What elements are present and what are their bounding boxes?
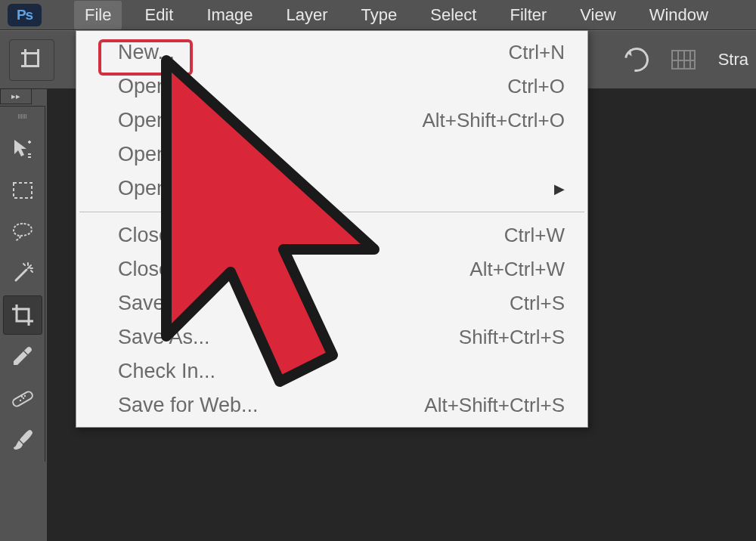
menu-filter[interactable]: Filter xyxy=(499,1,557,29)
panel-collapse-tab[interactable]: ▸▸ xyxy=(0,89,32,104)
menu-item-label: Open a xyxy=(118,143,185,166)
menu-separator xyxy=(79,212,584,212)
svg-point-2 xyxy=(19,400,20,401)
healing-brush-tool[interactable] xyxy=(3,379,42,418)
menu-window[interactable]: Window xyxy=(639,1,719,29)
menu-edit[interactable]: Edit xyxy=(134,1,184,29)
menu-item-label: Close All xyxy=(118,258,197,281)
bandage-icon xyxy=(10,385,36,411)
brush-icon xyxy=(10,427,36,453)
eyedropper-tool[interactable] xyxy=(3,337,42,376)
menu-item-label: Close xyxy=(118,224,170,247)
menu-item-label: Save As... xyxy=(118,326,210,349)
svg-point-3 xyxy=(22,397,23,399)
menu-item-open-recent[interactable]: Open R ▶ xyxy=(76,172,587,206)
menu-item-label: Save for Web... xyxy=(118,394,259,417)
menu-item-shortcut: Alt+Shift+Ctrl+S xyxy=(424,394,565,417)
menu-item-check-in[interactable]: Check In... xyxy=(76,354,587,388)
menu-item-shortcut: Ctrl+S xyxy=(510,292,565,315)
menu-item-shortcut: Ctrl+O xyxy=(507,75,565,98)
menu-item-open-bridge[interactable]: Open Alt+Shift+Ctrl+O xyxy=(76,104,587,138)
lasso-icon xyxy=(10,219,36,245)
marquee-tool[interactable] xyxy=(3,171,42,210)
brush-tool[interactable] xyxy=(3,420,42,459)
menu-view[interactable]: View xyxy=(569,1,626,29)
menu-layer[interactable]: Layer xyxy=(276,1,339,29)
menu-item-close-all[interactable]: Close All Alt+Ctrl+W xyxy=(76,252,587,286)
marquee-icon xyxy=(10,178,36,203)
menu-item-shortcut: Ctrl+W xyxy=(504,224,565,247)
menu-item-label: New... xyxy=(118,41,175,64)
tool-preset-picker[interactable] xyxy=(9,39,54,81)
menu-item-new[interactable]: New... Ctrl+N xyxy=(76,36,587,70)
eyedropper-icon xyxy=(10,344,36,369)
lasso-tool[interactable] xyxy=(3,212,42,252)
submenu-arrow-icon: ▶ xyxy=(554,181,565,197)
move-icon xyxy=(10,136,36,162)
crop-tool[interactable] xyxy=(3,295,42,335)
options-bar-right: Stra xyxy=(624,31,756,88)
svg-point-5 xyxy=(20,396,22,397)
menu-item-label: Open xyxy=(118,109,168,132)
menu-item-shortcut: Shift+Ctrl+S xyxy=(459,326,565,349)
menu-file[interactable]: File xyxy=(74,1,122,29)
menubar: Ps File Edit Image Layer Type Select Fil… xyxy=(0,0,756,30)
svg-rect-1 xyxy=(11,391,33,408)
wand-icon xyxy=(10,261,36,286)
crop-tool-icon xyxy=(10,302,36,328)
menu-item-label: Open xyxy=(118,75,168,98)
panel-grip[interactable] xyxy=(0,114,45,122)
menu-type[interactable]: Type xyxy=(351,1,408,29)
svg-rect-0 xyxy=(14,183,32,198)
menu-item-close[interactable]: Close Ctrl+W xyxy=(76,218,587,252)
menu-item-shortcut: Alt+Ctrl+W xyxy=(469,258,565,281)
file-dropdown-menu: New... Ctrl+N Open Ctrl+O Open Alt+Shift… xyxy=(76,30,588,428)
menu-item-save-for-web[interactable]: Save for Web... Alt+Shift+Ctrl+S xyxy=(76,388,587,422)
rotate-icon[interactable] xyxy=(619,43,653,77)
menu-item-label: Save xyxy=(118,292,165,315)
quick-selection-tool[interactable] xyxy=(3,254,42,293)
straighten-icon[interactable] xyxy=(671,50,696,70)
menu-item-open[interactable]: Open Ctrl+O xyxy=(76,70,587,104)
menu-image[interactable]: Image xyxy=(196,1,263,29)
menu-item-label: Open R xyxy=(118,177,188,200)
photoshop-logo: Ps xyxy=(8,4,42,26)
menu-item-save[interactable]: Save Ctrl+S xyxy=(76,286,587,320)
menu-select[interactable]: Select xyxy=(420,1,487,29)
move-tool[interactable] xyxy=(3,129,42,168)
menu-item-label: Check In... xyxy=(118,360,215,383)
menu-item-shortcut: Ctrl+N xyxy=(509,41,565,64)
straighten-label: Stra xyxy=(718,50,748,70)
svg-point-4 xyxy=(23,395,25,397)
menu-item-shortcut: Alt+Shift+Ctrl+O xyxy=(422,109,565,132)
tools-panel xyxy=(0,106,45,462)
menu-item-open-as[interactable]: Open a xyxy=(76,138,587,172)
menu-item-save-as[interactable]: Save As... Shift+Ctrl+S xyxy=(76,320,587,354)
crop-icon xyxy=(21,49,42,70)
